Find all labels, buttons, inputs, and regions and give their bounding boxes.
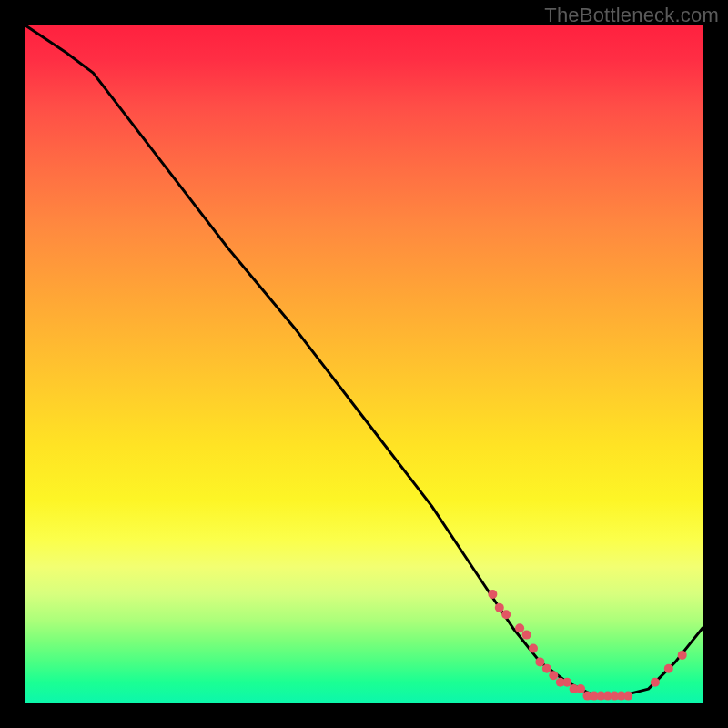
highlight-dots <box>488 590 686 701</box>
highlight-dot <box>562 678 571 687</box>
highlight-dot <box>542 664 551 673</box>
highlight-dot <box>623 692 632 701</box>
curve-line <box>25 25 703 696</box>
chart-svg <box>25 25 703 703</box>
plot-area <box>25 25 703 703</box>
chart-frame: TheBottleneck.com <box>0 0 728 728</box>
curve-path <box>25 25 703 696</box>
highlight-dot <box>664 664 673 673</box>
watermark-label: TheBottleneck.com <box>544 4 719 27</box>
highlight-dot <box>529 644 538 653</box>
highlight-dot <box>651 678 660 687</box>
highlight-dot <box>522 631 531 640</box>
highlight-dot <box>678 651 687 660</box>
highlight-dot <box>495 603 504 612</box>
highlight-dot <box>576 684 585 693</box>
highlight-dot <box>488 590 497 599</box>
highlight-dot <box>501 610 511 619</box>
highlight-dot <box>535 657 544 666</box>
highlight-dot <box>549 671 558 680</box>
highlight-dot <box>515 623 524 632</box>
